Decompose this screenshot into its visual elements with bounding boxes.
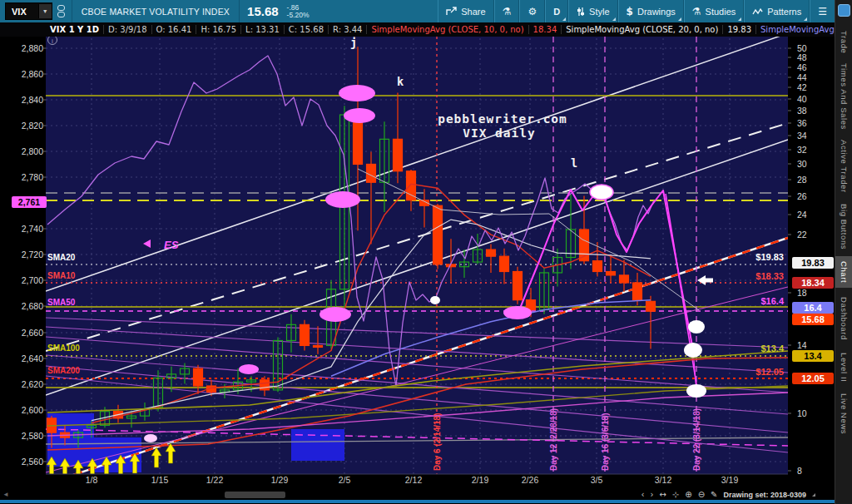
- chart-nav-icon-3[interactable]: ⊹: [672, 491, 679, 499]
- studies-button[interactable]: ⚗ Studies: [684, 0, 744, 22]
- left-axis-tick: 2,620: [22, 379, 43, 389]
- drawn-ellipse[interactable]: [503, 306, 532, 319]
- x-axis-date: 1/15: [151, 475, 169, 485]
- sidebar-tab-trade[interactable]: Trade: [835, 28, 852, 57]
- analyze-flask-button[interactable]: ⚗: [494, 0, 520, 22]
- top-toolbar: VIX ▼ CBOE MARKET VOLATILITY INDEX 15.68…: [0, 0, 835, 22]
- sidebar-tab-active-trader[interactable]: Active Trader: [835, 136, 852, 196]
- chevron-down-icon[interactable]: ▼: [38, 4, 52, 18]
- drawn-ellipse[interactable]: [686, 384, 706, 398]
- left-axis-tick: 2,580: [22, 431, 43, 441]
- left-axis-tick: 2,880: [22, 43, 43, 53]
- right-axis-tick: 36: [797, 118, 807, 128]
- wave-label-j[interactable]: j: [350, 36, 357, 49]
- candle-body: [607, 271, 616, 274]
- drawing-set-corner: [812, 493, 815, 497]
- sma20-study-label[interactable]: SimpleMovingAvg (CLOSE, 20, 0, no): [562, 25, 723, 34]
- share-icon: [446, 7, 457, 16]
- scroll-left-arrow[interactable]: ◄: [2, 491, 9, 498]
- wave-label-l[interactable]: l: [571, 156, 577, 170]
- right-axis-tick: 18: [797, 288, 807, 298]
- svg-text:i: i: [52, 37, 53, 45]
- drawn-ellipse[interactable]: [688, 320, 705, 334]
- hamburger-menu-icon: ☰: [818, 7, 827, 17]
- ohlc-high: H: 16.75: [196, 25, 241, 34]
- candle-body: [633, 283, 642, 300]
- symbol-dropdown[interactable]: VIX ▼: [5, 2, 52, 20]
- chart-nav-icon-6[interactable]: ✎: [711, 491, 717, 499]
- sma10-study-label[interactable]: SimpleMovingAvg (CLOSE, 10, 0, no): [367, 25, 528, 34]
- patterns-button[interactable]: Patterns: [744, 0, 810, 22]
- right-axis-bubble-value: 13.4: [804, 351, 822, 361]
- flask-icon: ⚗: [503, 7, 512, 17]
- drawn-ellipse[interactable]: [320, 307, 351, 322]
- ohlc-open: O: 16.41: [152, 25, 197, 34]
- day-marker-label: Day 12 (2/28/18): [549, 408, 558, 471]
- horizontal-scrollbar-thumb[interactable]: [225, 492, 285, 498]
- left-axis-tick: 2,600: [22, 405, 43, 415]
- price-level-label: $19.83: [755, 252, 784, 262]
- right-axis-tick: 38: [797, 106, 807, 116]
- candle-body: [593, 261, 602, 272]
- drawn-ellipse[interactable]: [344, 108, 375, 123]
- sidebar-tab-dashboard[interactable]: Dashboard: [835, 293, 852, 344]
- left-axis-tick: 2,640: [22, 353, 43, 363]
- instrument-title: CBOE MARKET VOLATILITY INDEX: [73, 7, 238, 17]
- sidebar-tab-level-ii[interactable]: Level II: [835, 349, 852, 386]
- candle-body: [194, 368, 203, 386]
- chart-header: VIX 1 Y 1D D: 3/9/18 O: 16.41 H: 16.75 L…: [0, 22, 835, 37]
- right-axis-tick: 28: [797, 175, 807, 185]
- style-icon: [577, 7, 585, 17]
- sidebar-tab-times-and-sales[interactable]: Times And Sales: [835, 62, 852, 131]
- right-axis-bubble-value: 19.83: [801, 258, 825, 268]
- chart-nav-icon-5[interactable]: ⊖: [698, 491, 705, 499]
- right-axis-bubble-value: 12.05: [801, 373, 825, 383]
- candle-body: [394, 139, 403, 170]
- drawn-ellipse[interactable]: [325, 191, 360, 208]
- right-axis-tick: 46: [797, 62, 807, 72]
- x-axis-date: 2/26: [522, 475, 539, 485]
- toolbar-menu-button[interactable]: ☰: [810, 0, 835, 22]
- chart-nav-icon-2[interactable]: ↔: [659, 491, 666, 499]
- candle-body: [620, 275, 629, 283]
- candle-body: [646, 301, 656, 311]
- drawn-ellipse[interactable]: [239, 364, 259, 374]
- sma-level-label: SMA100: [47, 343, 80, 353]
- sidebar-tab-big-buttons[interactable]: Big Buttons: [835, 201, 852, 253]
- timeframe-button[interactable]: D: [545, 0, 568, 22]
- wave-label-k[interactable]: k: [397, 75, 404, 88]
- gear-icon: ⚙: [528, 7, 537, 17]
- ohlc-range: R: 3.44: [329, 25, 367, 34]
- right-axis-bubble-value: 15.68: [801, 314, 825, 324]
- sma10-study-value: 18.34: [529, 25, 562, 34]
- gadget-grip-icon[interactable]: [838, 4, 850, 17]
- style-button[interactable]: Style: [568, 0, 617, 22]
- link-icon[interactable]: [57, 5, 65, 17]
- candle-body: [513, 271, 523, 299]
- chart-nav-icon-0[interactable]: ‹: [641, 491, 644, 499]
- drawings-button[interactable]: $ Drawings: [618, 0, 684, 22]
- drawn-ellipse[interactable]: [430, 296, 440, 304]
- watermark-line-2: VIX daily: [463, 126, 536, 140]
- chart-nav-icon-4[interactable]: ⊕: [685, 491, 691, 499]
- price-level-label: $16.4: [760, 296, 784, 306]
- drawn-ellipse[interactable]: [339, 85, 375, 101]
- share-button[interactable]: Share: [438, 0, 493, 22]
- chart-surface[interactable]: pebblewriter.comVIX dailyjklSMA20SMA10SM…: [0, 0, 835, 504]
- right-gadget-sidebar: TradeTimes And SalesActive TraderBig But…: [835, 0, 852, 504]
- right-axis-tick: 44: [797, 72, 807, 82]
- left-axis-tick: 2,700: [22, 275, 43, 285]
- chart-nav-icon-1[interactable]: ›: [650, 491, 653, 499]
- drawing-set-label[interactable]: Drawing set: 2018-0309: [723, 491, 806, 499]
- es-annotation-label[interactable]: ES: [164, 239, 179, 251]
- x-axis-date: 3/12: [655, 475, 672, 485]
- left-axis-tick: 2,780: [22, 172, 43, 182]
- sma20-study-value: 19.83: [723, 25, 756, 34]
- settings-button[interactable]: ⚙: [519, 0, 545, 22]
- x-axis-date: 2/12: [405, 475, 423, 485]
- sidebar-tab-live-news[interactable]: Live News: [835, 391, 852, 437]
- sidebar-tab-chart[interactable]: Chart: [835, 256, 852, 288]
- drawn-ellipse[interactable]: [590, 185, 613, 200]
- drawn-ellipse[interactable]: [144, 434, 157, 442]
- drawn-ellipse[interactable]: [684, 343, 702, 358]
